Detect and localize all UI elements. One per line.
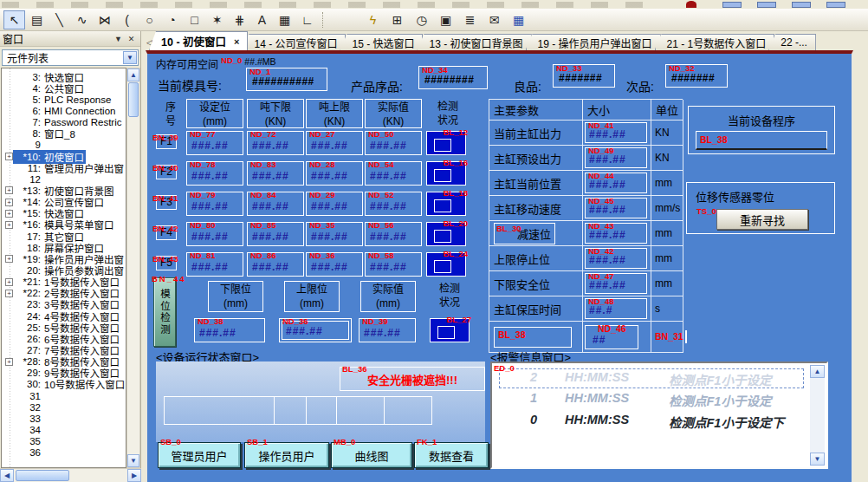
text-tool[interactable]: A bbox=[251, 10, 273, 29]
alarm-row[interactable]: 0 HH:MM:SS 检测点F1小于设定下 bbox=[492, 413, 807, 432]
bad-count-field[interactable]: ND_32 ####### bbox=[665, 64, 728, 88]
row-id-box[interactable]: BN_39 F1 bbox=[156, 134, 177, 149]
set-position-field[interactable]: ND_81 ###.## bbox=[186, 252, 243, 277]
window-tab[interactable]: 13 - 初使窗口背景图 × bbox=[417, 34, 531, 50]
tree-expander-icon[interactable]: + bbox=[5, 210, 13, 218]
scroll-up-icon[interactable]: ▲ bbox=[810, 365, 825, 378]
tree-item[interactable]: + 33 bbox=[2, 413, 126, 424]
curve-chart-button[interactable]: MB_0 曲线图 bbox=[331, 442, 412, 468]
arc-tool[interactable]: ( bbox=[116, 10, 138, 29]
lower-limit-field[interactable]: ND_72 ###.## bbox=[247, 131, 304, 155]
properties-tool[interactable]: ▤ bbox=[26, 10, 48, 29]
state-segment[interactable] bbox=[384, 396, 432, 425]
tab-close-icon[interactable]: × bbox=[234, 36, 239, 47]
row-id-box[interactable]: BN_40 F2 bbox=[156, 165, 177, 179]
param-value-field[interactable]: ND_45 ###.## bbox=[585, 198, 647, 218]
scroll-left-icon[interactable]: ◀ bbox=[0, 469, 14, 482]
tree-item[interactable]: + 35 bbox=[2, 436, 126, 447]
tree-item[interactable]: + 32 bbox=[2, 401, 126, 413]
actual-value-field[interactable]: ND_50 ###.## bbox=[365, 131, 422, 155]
ellipse-tool[interactable]: ○ bbox=[139, 10, 160, 29]
tree-item[interactable]: + 6: HMI Connection bbox=[2, 105, 126, 116]
current-program-field[interactable]: BL_38 bbox=[696, 131, 827, 150]
state-segment[interactable] bbox=[306, 396, 337, 425]
upper-limit-field[interactable]: ND_29 ###.## bbox=[306, 192, 363, 216]
mold-detect-status-lamp[interactable]: BL_27 bbox=[430, 318, 470, 342]
tree-expander-icon[interactable]: + bbox=[5, 186, 13, 194]
image-tool[interactable]: ▦ bbox=[274, 10, 295, 29]
alarm-list[interactable]: ED_0 2 HH:MM:SS 检测点F1小于设定 1 HH:MM:SS 检测点… bbox=[490, 362, 828, 469]
lower-limit-field[interactable]: ND_86 ###.## bbox=[247, 252, 304, 277]
component-list-combobox[interactable]: 元件列表 ▼ bbox=[2, 49, 139, 66]
param-value-field[interactable]: ND_49 ###.## bbox=[585, 147, 647, 168]
tree-expander-icon[interactable]: + bbox=[5, 255, 13, 263]
tree-item[interactable]: + 34 bbox=[2, 424, 126, 435]
param-value-field[interactable]: ND_44 ###.## bbox=[585, 173, 647, 193]
scroll-down-icon[interactable]: ▼ bbox=[127, 454, 139, 467]
report-icon[interactable]: ≣ bbox=[459, 10, 481, 29]
detect-status-lamp[interactable]: BL_12 bbox=[426, 131, 466, 155]
tree-item[interactable]: + 11: 管理员用户弹出窗 bbox=[2, 162, 126, 173]
row-id-box[interactable]: BN_41 F3 bbox=[156, 195, 177, 210]
param-value-field[interactable]: ND_41 ###.## bbox=[585, 122, 647, 143]
program-status-field[interactable]: BL_38 bbox=[494, 327, 572, 348]
param-value-field[interactable]: ND_42 ###.## bbox=[585, 248, 647, 269]
design-canvas[interactable]: 内存可用空间 ND_0 ##.#MB 当前模具号: ND_1 #########… bbox=[146, 50, 853, 482]
set-position-field[interactable]: ND_79 ###.## bbox=[186, 192, 243, 216]
tree-item[interactable]: + 5: PLC Response bbox=[2, 94, 126, 105]
detect-status-lamp[interactable]: BL_16 bbox=[426, 161, 466, 186]
mold-detect-button[interactable]: BN_44 模位检测 bbox=[153, 277, 176, 347]
window-list-icon[interactable]: ⊞ bbox=[386, 10, 408, 29]
rect-tool[interactable]: □ bbox=[184, 10, 205, 29]
polyline-tool[interactable]: ∿ bbox=[71, 10, 93, 29]
pie-tool[interactable]: ◔ bbox=[161, 10, 183, 29]
mold-actual-value-field[interactable]: ND_39 ###.## bbox=[359, 318, 416, 342]
param-value-field[interactable]: ND_48 ##.# bbox=[585, 298, 647, 319]
safety-grating-alarm[interactable]: BL_36 安全光栅被遮挡!!! bbox=[340, 367, 485, 391]
lower-limit-field[interactable]: ND_83 ###.## bbox=[247, 161, 304, 186]
actual-value-field[interactable]: ND_56 ###.## bbox=[365, 222, 422, 246]
data-grid-icon[interactable]: ▦ bbox=[508, 10, 529, 29]
admin-user-button[interactable]: SB_0 管理员用户 bbox=[158, 442, 241, 468]
tree-item[interactable]: + 36 bbox=[2, 447, 126, 459]
chevron-down-icon[interactable]: ▼ bbox=[123, 51, 137, 64]
bn31-box[interactable] bbox=[685, 330, 687, 343]
polygon-tool[interactable]: ✶ bbox=[206, 10, 228, 29]
line-tool[interactable]: ╲ bbox=[49, 10, 70, 29]
scroll-up-icon[interactable]: ▲ bbox=[127, 68, 139, 81]
scroll-right-icon[interactable]: ▶ bbox=[127, 469, 141, 482]
window-tab[interactable]: 19 - 操作员用户弹出窗口 × bbox=[526, 34, 661, 50]
upper-limit-field[interactable]: ND_36 ###.## bbox=[306, 252, 363, 277]
set-position-field[interactable]: ND_80 ###.## bbox=[186, 222, 243, 246]
product-serial-field[interactable]: ND_34 ######## bbox=[418, 66, 488, 89]
tree-item[interactable]: + 8: 窗口_8 bbox=[2, 128, 126, 140]
select-tool[interactable]: ↖ bbox=[3, 10, 25, 29]
window-tab[interactable]: 14 - 公司宣传窗口 × bbox=[242, 34, 346, 50]
compile-icon[interactable]: ϟ bbox=[362, 10, 384, 29]
alarm-row[interactable]: 1 HH:MM:SS 检测点F1小于设定 bbox=[492, 391, 807, 410]
scroll-thumb[interactable] bbox=[16, 470, 69, 481]
window-tab[interactable]: 22 -... × bbox=[768, 34, 816, 50]
send-mail-icon[interactable]: ✉ bbox=[483, 10, 505, 29]
tree-item[interactable]: + 31 bbox=[2, 390, 126, 401]
re-search-button[interactable]: TS_0 重新寻找 bbox=[716, 209, 808, 230]
actual-value-field[interactable]: ND_52 ###.## bbox=[365, 192, 422, 216]
tree-expander-icon[interactable]: + bbox=[5, 199, 13, 206]
mold-lower-limit-field[interactable]: ND_38 ###.## bbox=[194, 318, 265, 342]
window-tab[interactable]: 21 - 1号数据传入窗口 × bbox=[655, 34, 775, 50]
lower-limit-field[interactable]: ND_85 ###.## bbox=[247, 222, 304, 246]
scale-tool[interactable]: ⋕ bbox=[229, 10, 250, 29]
param-value-field[interactable]: ND_43 ###.## bbox=[585, 223, 647, 244]
actual-value-field[interactable]: ND_58 ###.## bbox=[365, 252, 422, 277]
state-segment[interactable] bbox=[336, 396, 385, 425]
detect-status-lamp[interactable]: BL_24 bbox=[426, 252, 466, 277]
scroll-down-icon[interactable]: ▼ bbox=[810, 453, 825, 466]
mold-upper-limit-field[interactable]: ND_36 ###.## bbox=[279, 318, 352, 342]
state-segment[interactable] bbox=[274, 396, 307, 425]
scroll-thumb[interactable] bbox=[128, 82, 139, 117]
clipboard-clock-icon[interactable]: ▣ bbox=[435, 10, 457, 29]
set-position-field[interactable]: ND_78 ###.## bbox=[186, 161, 243, 186]
tree-expander-icon[interactable]: + bbox=[5, 221, 13, 229]
connector-tool[interactable]: ⋈ bbox=[94, 10, 115, 29]
tree-item[interactable]: + 30: 10号数据传入窗口 bbox=[2, 379, 126, 390]
